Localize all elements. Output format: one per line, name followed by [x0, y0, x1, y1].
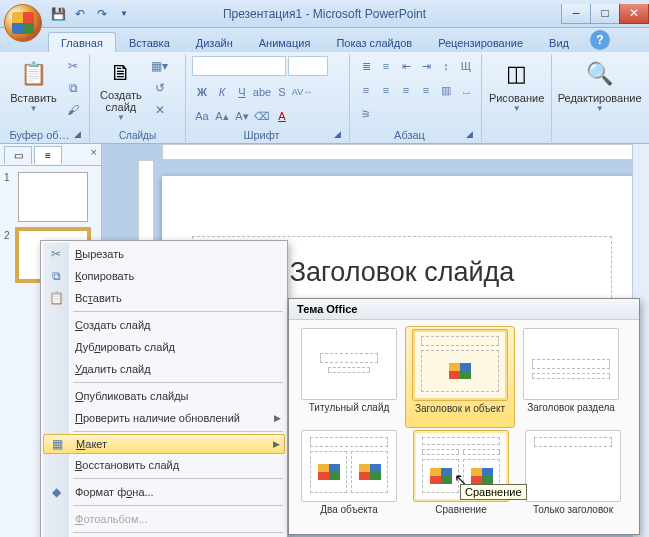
smartart-icon[interactable]: ⚞: [356, 104, 376, 124]
maximize-button[interactable]: □: [590, 4, 620, 24]
reset-slide-icon[interactable]: ↺: [150, 78, 170, 98]
shadow-icon[interactable]: S: [272, 82, 292, 102]
menu-item[interactable]: Удалить слайд: [43, 358, 285, 380]
menu-item-label: Проверить наличие обновлений: [75, 412, 240, 424]
underline-icon[interactable]: Ч: [232, 82, 252, 102]
shapes-icon: ◫: [501, 58, 533, 90]
columns-icon[interactable]: ▥: [436, 80, 456, 100]
close-button[interactable]: ✕: [619, 4, 649, 24]
format-painter-icon[interactable]: 🖌: [63, 100, 83, 120]
tab-view[interactable]: Вид: [536, 32, 582, 52]
flyout-header: Тема Office: [289, 299, 639, 320]
layout-option[interactable]: Только заголовок: [517, 428, 629, 528]
menu-item[interactable]: ◆Формат фона...: [43, 481, 285, 503]
tab-review[interactable]: Рецензирование: [425, 32, 536, 52]
qat-dropdown-icon[interactable]: ▼: [114, 4, 134, 24]
indent-icon[interactable]: ⇥: [416, 56, 436, 76]
text-direction-icon[interactable]: Щ: [456, 56, 476, 76]
group-slides: 🗎 Создать слайд ▼ ▦▾ ↺ ✕ Слайды: [90, 54, 186, 142]
tab-home[interactable]: Главная: [48, 32, 116, 52]
menu-item-icon: ▦: [48, 435, 66, 453]
align-center-icon[interactable]: ≡: [376, 80, 396, 100]
menu-item: Фотоальбом...: [43, 508, 285, 530]
tab-design[interactable]: Дизайн: [183, 32, 246, 52]
align-left-icon[interactable]: ≡: [356, 80, 376, 100]
menu-item-label: Восстановить слайд: [75, 459, 179, 471]
font-family-select[interactable]: [192, 56, 286, 76]
delete-slide-icon[interactable]: ✕: [150, 100, 170, 120]
ribbon: 📋 Вставить ▼ ✂ ⧉ 🖌 Буфер об…◢ 🗎 Создать …: [0, 52, 649, 144]
menu-item[interactable]: Дублировать слайд: [43, 336, 285, 358]
copy-icon[interactable]: ⧉: [63, 78, 83, 98]
menu-item-label: Вставить: [75, 292, 122, 304]
layout-caption: Два объекта: [320, 504, 378, 526]
tab-insert[interactable]: Вставка: [116, 32, 183, 52]
menu-item[interactable]: ✂Вырезать: [43, 243, 285, 265]
submenu-arrow-icon: ▶: [273, 439, 280, 449]
menu-item[interactable]: Создать слайд: [43, 314, 285, 336]
launcher-icon[interactable]: ◢: [463, 129, 475, 141]
drawing-button[interactable]: ◫ Рисование ▼: [488, 56, 545, 124]
close-pane-icon[interactable]: ×: [91, 146, 97, 165]
layout-caption: Сравнение: [435, 504, 486, 526]
group-drawing: ◫ Рисование ▼: [482, 54, 552, 142]
launcher-icon[interactable]: ◢: [331, 129, 343, 141]
clear-format-icon[interactable]: ⌫: [252, 106, 272, 126]
qat-redo-icon[interactable]: ↷: [92, 4, 112, 24]
layout-dropdown-icon[interactable]: ▦▾: [150, 56, 170, 76]
align-right-icon[interactable]: ≡: [396, 80, 416, 100]
italic-icon[interactable]: К: [212, 82, 232, 102]
layout-option[interactable]: Сравнение: [405, 428, 517, 528]
layout-thumbnail: [523, 328, 619, 400]
menu-item-icon: [47, 456, 65, 474]
tab-animation[interactable]: Анимация: [246, 32, 324, 52]
layout-option[interactable]: Заголовок и объект: [405, 326, 515, 428]
numbering-icon[interactable]: ≡: [376, 56, 396, 76]
change-case-icon[interactable]: Aa: [192, 106, 212, 126]
shrink-font-icon[interactable]: A▾: [232, 106, 252, 126]
editing-button[interactable]: 🔍 Редактирование ▼: [558, 56, 641, 124]
new-slide-icon: 🗎: [105, 58, 137, 87]
minimize-button[interactable]: –: [561, 4, 591, 24]
outdent-icon[interactable]: ⇤: [396, 56, 416, 76]
outline-tab[interactable]: ≡: [34, 146, 62, 164]
qat-save-icon[interactable]: 💾: [48, 4, 68, 24]
cut-icon[interactable]: ✂: [63, 56, 83, 76]
slide-thumbnail[interactable]: 1: [4, 172, 97, 222]
layout-option[interactable]: Титульный слайд: [293, 326, 405, 428]
help-icon[interactable]: ?: [590, 30, 610, 50]
group-clipboard: 📋 Вставить ▼ ✂ ⧉ 🖌 Буфер об…◢: [2, 54, 90, 142]
qat-undo-icon[interactable]: ↶: [70, 4, 90, 24]
layout-caption: Титульный слайд: [309, 402, 390, 424]
thumbnails-tab[interactable]: ▭: [4, 146, 32, 164]
menu-item[interactable]: 📋Вставить: [43, 287, 285, 309]
align-text-icon[interactable]: ⎵: [456, 80, 476, 100]
font-color-icon[interactable]: A: [272, 106, 292, 126]
bold-icon[interactable]: Ж: [192, 82, 212, 102]
new-slide-button[interactable]: 🗎 Создать слайд ▼: [96, 56, 146, 124]
strike-icon[interactable]: abe: [252, 82, 272, 102]
grow-font-icon[interactable]: A▴: [212, 106, 232, 126]
menu-item-icon: ✂: [47, 245, 65, 263]
layout-option[interactable]: Два объекта: [293, 428, 405, 528]
menu-item-icon: ◆: [47, 483, 65, 501]
bullets-icon[interactable]: ≣: [356, 56, 376, 76]
menu-item[interactable]: Проверить наличие обновлений▶: [43, 407, 285, 429]
tab-slideshow[interactable]: Показ слайдов: [323, 32, 425, 52]
menu-item-icon: [47, 387, 65, 405]
menu-item-icon: [47, 338, 65, 356]
layout-option[interactable]: Заголовок раздела: [515, 326, 627, 428]
menu-item[interactable]: Опубликовать слайды: [43, 385, 285, 407]
launcher-icon[interactable]: ◢: [71, 129, 83, 141]
justify-icon[interactable]: ≡: [416, 80, 436, 100]
char-spacing-icon[interactable]: AV↔: [292, 82, 312, 102]
menu-item-icon: [47, 409, 65, 427]
line-spacing-icon[interactable]: ↕: [436, 56, 456, 76]
menu-item-label: Создать слайд: [75, 319, 150, 331]
office-button[interactable]: [4, 4, 42, 42]
menu-item[interactable]: ▦Макет▶: [43, 434, 285, 454]
paste-button[interactable]: 📋 Вставить ▼: [8, 56, 59, 124]
menu-item[interactable]: Восстановить слайд: [43, 454, 285, 476]
menu-item[interactable]: ⧉Копировать: [43, 265, 285, 287]
font-size-select[interactable]: [288, 56, 328, 76]
